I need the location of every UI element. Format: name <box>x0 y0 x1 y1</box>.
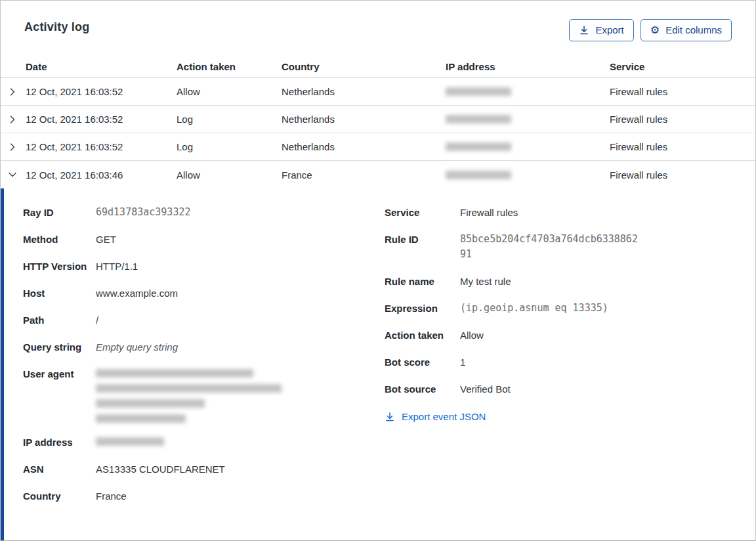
column-header-action-taken: Action taken <box>177 61 282 72</box>
detail-field-rule-id: Rule ID85bce5b204cf4703a764dcb633886291 <box>385 232 755 262</box>
detail-value: GET <box>96 232 116 247</box>
chevron-right-icon[interactable] <box>6 142 26 152</box>
detail-field-path: Path/ <box>23 313 385 328</box>
cell-ip-address <box>446 115 610 123</box>
detail-label: Bot source <box>385 381 460 397</box>
detail-label: ASN <box>23 462 96 477</box>
column-header-date: Date <box>26 61 177 72</box>
cell-action-taken: Allow <box>177 169 282 181</box>
chevron-down-icon[interactable] <box>6 169 26 180</box>
detail-field-expression: Expression(ip.geoip.asnum eq 13335) <box>385 301 755 316</box>
detail-field-ray-id: Ray ID69d13783ac393322 <box>23 205 385 220</box>
table-row[interactable]: 12 Oct, 2021 16:03:52LogNetherlandsFirew… <box>1 133 755 161</box>
detail-label: Country <box>23 488 96 504</box>
edit-columns-button[interactable]: ⚙ Edit columns <box>640 19 732 41</box>
detail-field-country: CountryFrance <box>23 488 385 504</box>
table-body: 12 Oct, 2021 16:03:52AllowNetherlandsFir… <box>1 78 755 188</box>
chevron-right-icon[interactable] <box>6 87 26 97</box>
table-row[interactable]: 12 Oct, 2021 16:03:52AllowNetherlandsFir… <box>1 78 755 106</box>
topbar: Activity log Export ⚙ Edit columns <box>1 1 755 41</box>
detail-value: 69d13783ac393322 <box>96 205 191 220</box>
detail-value: 85bce5b204cf4703a764dcb633886291 <box>460 232 641 262</box>
detail-label: Path <box>23 313 96 328</box>
redacted-value <box>96 435 164 446</box>
detail-field-user-agent: User agent <box>23 366 385 423</box>
cell-service: Firewall rules <box>610 141 755 152</box>
detail-field-ip-address: IP address <box>23 435 385 450</box>
download-icon <box>385 412 395 422</box>
export-button-label: Export <box>595 24 623 36</box>
cell-ip-address <box>446 87 610 96</box>
detail-label: Bot score <box>385 355 460 370</box>
detail-label: HTTP Version <box>23 259 96 274</box>
detail-value: Firewall rules <box>460 205 518 220</box>
detail-label: Rule ID <box>385 232 460 247</box>
table-header: DateAction takenCountryIP addressService <box>1 56 755 78</box>
cell-date: 12 Oct, 2021 16:03:46 <box>26 169 177 181</box>
table-row[interactable]: 12 Oct, 2021 16:03:46AllowFranceFirewall… <box>1 161 755 188</box>
detail-label: Query string <box>23 339 96 355</box>
cell-country: Netherlands <box>282 141 446 152</box>
redacted-text-blur <box>96 414 186 423</box>
cell-date: 12 Oct, 2021 16:03:52 <box>26 114 177 125</box>
detail-field-http-version: HTTP VersionHTTP/1.1 <box>23 259 385 274</box>
detail-value: Allow <box>460 328 484 343</box>
cell-ip-address <box>446 171 610 179</box>
detail-value: (ip.geoip.asnum eq 13335) <box>460 301 608 316</box>
detail-field-asn: ASNAS13335 CLOUDFLARENET <box>23 462 385 477</box>
redacted-text-blur <box>96 399 205 408</box>
page-title: Activity log <box>24 20 89 34</box>
detail-field-service: ServiceFirewall rules <box>385 205 755 220</box>
edit-columns-button-label: Edit columns <box>665 24 722 36</box>
details-left-column: Ray ID69d13783ac393322MethodGETHTTP Vers… <box>23 205 385 515</box>
cell-action-taken: Allow <box>177 86 282 97</box>
column-header-ip-address: IP address <box>446 61 610 72</box>
activity-log-panel: Activity log Export ⚙ Edit columns DateA… <box>0 0 756 541</box>
chevron-right-icon[interactable] <box>6 114 26 125</box>
detail-value: HTTP/1.1 <box>96 259 138 274</box>
detail-value: 1 <box>460 355 465 370</box>
detail-field-action-taken: Action takenAllow <box>385 328 755 343</box>
redacted-ip-blur <box>446 171 511 179</box>
redacted-value <box>96 366 282 423</box>
cell-service: Firewall rules <box>610 114 755 125</box>
cell-service: Firewall rules <box>610 86 755 97</box>
detail-label: Action taken <box>385 328 460 343</box>
gear-icon: ⚙ <box>650 25 660 35</box>
export-button[interactable]: Export <box>569 19 633 41</box>
redacted-text-blur <box>96 369 253 378</box>
table-row[interactable]: 12 Oct, 2021 16:03:52LogNetherlandsFirew… <box>1 106 755 133</box>
column-header-service: Service <box>610 61 755 72</box>
detail-field-bot-source: Bot sourceVerified Bot <box>385 381 755 397</box>
download-icon <box>579 25 589 35</box>
detail-field-query-string: Query stringEmpty query string <box>23 339 385 355</box>
event-details-panel: Ray ID69d13783ac393322MethodGETHTTP Vers… <box>1 188 755 540</box>
detail-value: France <box>96 488 127 504</box>
detail-label: Service <box>385 205 460 220</box>
detail-value: Empty query string <box>96 339 178 355</box>
redacted-text-blur <box>96 384 282 393</box>
detail-label: Expression <box>385 301 460 316</box>
detail-label: Ray ID <box>23 205 96 220</box>
detail-label: User agent <box>23 366 96 381</box>
cell-country: Netherlands <box>282 114 446 125</box>
column-header-country: Country <box>282 61 446 72</box>
cell-date: 12 Oct, 2021 16:03:52 <box>26 141 177 152</box>
detail-value: / <box>96 313 98 328</box>
redacted-ip-blur <box>446 87 511 96</box>
redacted-ip-blur <box>446 142 511 151</box>
detail-label: Method <box>23 232 96 247</box>
detail-value: My test rule <box>460 274 511 289</box>
detail-label: Host <box>23 286 96 301</box>
cell-date: 12 Oct, 2021 16:03:52 <box>26 86 177 97</box>
detail-value: AS13335 CLOUDFLARENET <box>96 462 225 477</box>
detail-label: Rule name <box>385 274 460 289</box>
redacted-ip-blur <box>446 115 511 123</box>
toolbar-actions: Export ⚙ Edit columns <box>569 19 732 41</box>
export-event-json-label: Export event JSON <box>402 411 486 422</box>
cell-service: Firewall rules <box>610 169 755 181</box>
detail-label: IP address <box>23 435 96 450</box>
export-event-json-link[interactable]: Export event JSON <box>385 411 486 422</box>
cell-action-taken: Log <box>177 141 282 152</box>
cell-ip-address <box>446 142 610 151</box>
